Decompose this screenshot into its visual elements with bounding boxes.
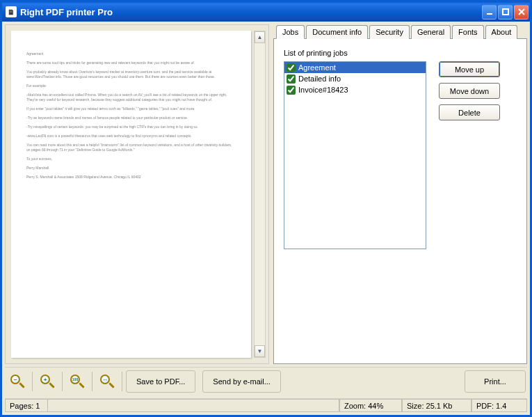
- tabstrip: JobsDocument infoSecurityGeneralFontsAbo…: [273, 24, 527, 38]
- jobs-side-buttons: Move up Move down Delete: [439, 61, 500, 249]
- preview-paragraph: Perry Marshall: [26, 166, 236, 171]
- jobs-list-label: List of printing jobs: [284, 49, 517, 57]
- preview-paragraph: If you enter "pool tables" it will give …: [26, 107, 236, 111]
- job-label: Detailed info: [298, 74, 341, 83]
- toolbar: − + 100 ↔ Save to PDF... Send by e-mail.…: [5, 367, 527, 395]
- preview-pane: AgreementThere are some cool tips and tr…: [5, 24, 269, 364]
- list-item[interactable]: Detailed info: [284, 73, 426, 84]
- maximize-button[interactable]: [498, 5, 513, 19]
- preview-paragraph: For example:: [26, 84, 236, 88]
- toolbar-divider: [62, 372, 63, 391]
- jobs-listbox[interactable]: AgreementDetailed infoInvoice#18423: [284, 61, 426, 249]
- preview-paragraph: -Try as keywords name brands and names o…: [26, 116, 236, 120]
- status-size: Size: 25.1 Kb: [402, 399, 471, 412]
- preview-paragraph: You can read more about this and see a h…: [26, 143, 236, 152]
- zoom-100-icon: 100: [70, 374, 85, 389]
- scroll-track[interactable]: [255, 43, 265, 345]
- zoom-out-icon: −: [10, 374, 25, 389]
- zoom-out-button[interactable]: −: [6, 370, 29, 393]
- svg-rect-0: [503, 9, 508, 15]
- scroll-down-button[interactable]: ▼: [255, 345, 265, 357]
- preview-paragraph: -Try misspellings of certain keywords: y…: [26, 125, 236, 129]
- toolbar-divider: [122, 372, 122, 391]
- status-pages: Pages: 1: [5, 399, 48, 412]
- zoom-fit-button[interactable]: ↔: [96, 370, 118, 393]
- minimize-button[interactable]: [482, 5, 497, 19]
- tab-general[interactable]: General: [411, 25, 451, 39]
- send-email-button[interactable]: Send by e-mail...: [202, 370, 281, 393]
- app-window: 🗎 Right PDF printer Pro AgreementThere a…: [0, 0, 532, 417]
- window-controls: [482, 5, 529, 19]
- preview-page: AgreementThere are some cool tips and tr…: [11, 31, 251, 358]
- zoom-in-icon: +: [40, 374, 55, 389]
- status-blank: [48, 399, 339, 412]
- status-pdf: PDF: 1.4: [471, 399, 527, 412]
- preview-paragraph: You probably already know about Overture…: [26, 70, 236, 79]
- scroll-up-button[interactable]: ▲: [255, 31, 265, 43]
- main-split: AgreementThere are some cool tips and tr…: [5, 24, 527, 364]
- preview-paragraph: -www.LexFN.com is a powerful thesaurus t…: [26, 134, 236, 139]
- move-up-button[interactable]: Move up: [439, 61, 500, 77]
- save-pdf-button[interactable]: Save to PDF...: [126, 370, 195, 393]
- window-title: Right PDF printer Pro: [20, 7, 482, 17]
- preview-paragraph: There are some cool tips and tricks for …: [26, 61, 236, 65]
- print-button[interactable]: Print...: [465, 370, 526, 393]
- job-checkbox[interactable]: [287, 86, 296, 95]
- zoom-in-button[interactable]: +: [36, 370, 58, 393]
- preview-paragraph: To your success,: [26, 157, 236, 162]
- tab-security[interactable]: Security: [369, 25, 410, 39]
- status-zoom: Zoom: 44%: [339, 399, 402, 412]
- move-down-button[interactable]: Move down: [439, 83, 500, 99]
- job-label: Agreement: [298, 63, 336, 72]
- jobs-row: AgreementDetailed infoInvoice#18423 Move…: [284, 61, 517, 249]
- tab-body-jobs: List of printing jobs AgreementDetailed …: [273, 38, 527, 364]
- zoom-100-button[interactable]: 100: [66, 370, 88, 393]
- delete-button[interactable]: Delete: [439, 104, 500, 120]
- list-item[interactable]: Invoice#18423: [284, 84, 426, 95]
- toolbar-divider: [32, 372, 33, 391]
- statusbar: Pages: 1 Zoom: 44% Size: 25.1 Kb PDF: 1.…: [5, 398, 527, 412]
- preview-scrollbar[interactable]: ▲ ▼: [254, 31, 266, 358]
- job-checkbox[interactable]: [287, 63, 296, 72]
- tab-document-info[interactable]: Document info: [306, 25, 368, 39]
- list-item[interactable]: Agreement: [284, 62, 426, 73]
- app-icon: 🗎: [6, 6, 17, 17]
- job-checkbox[interactable]: [287, 74, 296, 84]
- titlebar: 🗎 Right PDF printer Pro: [2, 2, 530, 22]
- toolbar-divider: [92, 372, 92, 391]
- right-pane: JobsDocument infoSecurityGeneralFontsAbo…: [273, 24, 527, 364]
- preview-paragraph: -AltaVista has an excellent tool called …: [26, 93, 236, 102]
- content-area: AgreementThere are some cool tips and tr…: [2, 22, 530, 415]
- job-label: Invoice#18423: [298, 86, 348, 94]
- tab-jobs[interactable]: Jobs: [276, 25, 305, 39]
- close-button[interactable]: [514, 5, 529, 19]
- tab-fonts[interactable]: Fonts: [452, 25, 484, 39]
- preview-scroll: AgreementThere are some cool tips and tr…: [6, 25, 268, 363]
- preview-paragraph: Perry S. Marshall & Associates 1508 Ridg…: [26, 175, 236, 180]
- preview-paragraph: Agreement: [26, 52, 236, 56]
- zoom-fit-icon: ↔: [99, 374, 115, 389]
- tab-about[interactable]: About: [485, 25, 518, 39]
